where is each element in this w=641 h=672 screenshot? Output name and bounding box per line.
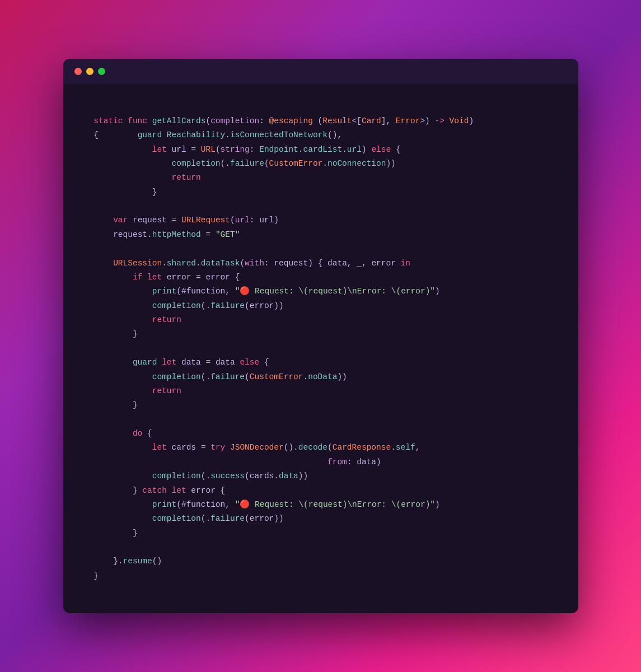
close-dot[interactable] [74,68,82,75]
maximize-dot[interactable] [98,68,105,75]
minimize-dot[interactable] [86,68,93,75]
title-bar [63,59,578,84]
code-window: static func getAllCards(completion: @esc… [63,59,578,613]
code-editor: static func getAllCards(completion: @esc… [63,84,578,613]
